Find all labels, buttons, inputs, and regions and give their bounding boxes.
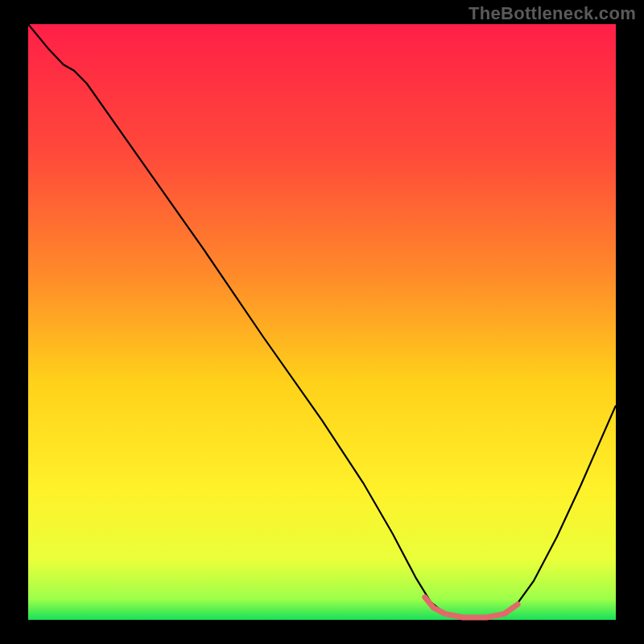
gradient-background: [28, 24, 616, 620]
watermark-text: TheBottleneck.com: [469, 3, 636, 24]
chart-container: { "watermark": "TheBottleneck.com", "cha…: [0, 0, 644, 644]
bottleneck-chart: [0, 0, 644, 644]
